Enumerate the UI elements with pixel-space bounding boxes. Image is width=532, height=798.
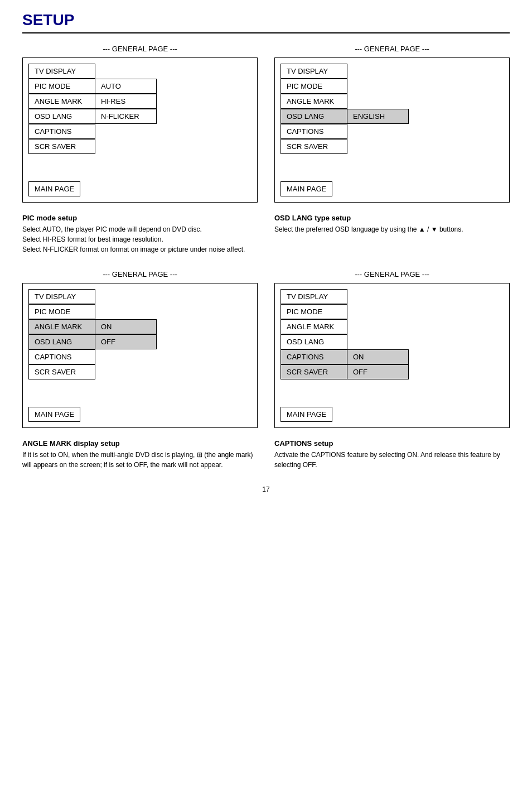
page-number: 17	[22, 485, 510, 493]
desc-top-left-text: Select AUTO, the player PIC mode will de…	[22, 224, 258, 254]
main-page-button[interactable]: MAIN PAGE	[28, 181, 80, 196]
menu-value: N-FLICKER	[95, 109, 157, 124]
menu-item: CAPTIONS	[28, 349, 95, 364]
menu-item: SCR SAVER	[280, 139, 347, 154]
bottom-row: --- GENERAL PAGE --- TV DISPLAY PIC MODE…	[22, 270, 510, 428]
menu-row: ANGLE MARK ON	[28, 319, 252, 334]
bottom-left-header: --- GENERAL PAGE ---	[22, 270, 258, 278]
top-left-header: --- GENERAL PAGE ---	[22, 45, 258, 53]
menu-value: OFF	[95, 334, 157, 349]
desc-bottom-right-title: CAPTIONS setup	[274, 439, 510, 448]
bottom-left-box: TV DISPLAY PIC MODE ANGLE MARK ON OSD LA…	[22, 283, 258, 428]
menu-row: PIC MODE AUTO	[28, 79, 252, 94]
menu-row: PIC MODE	[280, 304, 504, 319]
menu-value: ON	[347, 349, 409, 364]
menu-item: ANGLE MARK	[28, 94, 95, 109]
desc-bottom-left: ANGLE MARK display setup If it is set to…	[22, 439, 258, 470]
menu-item: SCR SAVER	[280, 364, 347, 379]
bottom-descriptions: ANGLE MARK display setup If it is set to…	[22, 439, 510, 470]
top-descriptions: PIC mode setup Select AUTO, the player P…	[22, 214, 510, 254]
menu-row: CAPTIONS ON	[280, 349, 504, 364]
menu-row: PIC MODE	[280, 79, 504, 94]
menu-value: AUTO	[95, 79, 157, 94]
menu-row: SCR SAVER	[28, 139, 252, 154]
desc-bottom-left-text: If it is set to ON, when the multi-angle…	[22, 450, 258, 470]
menu-item: ANGLE MARK	[280, 94, 347, 109]
menu-value: ON	[95, 319, 157, 334]
menu-item: OSD LANG	[280, 334, 347, 349]
menu-item: PIC MODE	[280, 79, 347, 94]
desc-bottom-right: CAPTIONS setup Activate the CAPTIONS fea…	[274, 439, 510, 470]
page-title: SETUP	[22, 11, 510, 33]
desc-top-right-title: OSD LANG type setup	[274, 214, 510, 222]
menu-row: CAPTIONS	[28, 124, 252, 139]
bottom-left-panel: --- GENERAL PAGE --- TV DISPLAY PIC MODE…	[22, 270, 258, 428]
menu-row: SCR SAVER OFF	[280, 364, 504, 379]
menu-row: OSD LANG	[280, 334, 504, 349]
menu-row: PIC MODE	[28, 304, 252, 319]
menu-row: OSD LANG OFF	[28, 334, 252, 349]
desc-top-left-title: PIC mode setup	[22, 214, 258, 222]
menu-row: ANGLE MARK HI-RES	[28, 94, 252, 109]
desc-bottom-right-text: Activate the CAPTIONS feature by selecti…	[274, 450, 510, 470]
desc-top-right: OSD LANG type setup Select the preferred…	[274, 214, 510, 254]
main-page-area: MAIN PAGE	[280, 181, 332, 196]
top-right-panel: --- GENERAL PAGE --- TV DISPLAY PIC MODE…	[274, 45, 510, 203]
top-row: --- GENERAL PAGE --- TV DISPLAY PIC MODE…	[22, 45, 510, 203]
top-right-header: --- GENERAL PAGE ---	[274, 45, 510, 53]
menu-item: TV DISPLAY	[280, 64, 347, 79]
main-page-button[interactable]: MAIN PAGE	[280, 407, 332, 422]
menu-row: ANGLE MARK	[280, 319, 504, 334]
top-left-panel: --- GENERAL PAGE --- TV DISPLAY PIC MODE…	[22, 45, 258, 203]
desc-bottom-left-title: ANGLE MARK display setup	[22, 439, 258, 448]
main-page-area: MAIN PAGE	[280, 407, 332, 422]
bottom-right-box: TV DISPLAY PIC MODE ANGLE MARK OSD LANG …	[274, 283, 510, 428]
menu-item: OSD LANG	[28, 334, 95, 349]
bottom-right-panel: --- GENERAL PAGE --- TV DISPLAY PIC MODE…	[274, 270, 510, 428]
top-right-box: TV DISPLAY PIC MODE ANGLE MARK OSD LANG …	[274, 57, 510, 203]
desc-top-left: PIC mode setup Select AUTO, the player P…	[22, 214, 258, 254]
menu-item: SCR SAVER	[28, 139, 95, 154]
desc-top-right-text: Select the preferred OSD language by usi…	[274, 224, 510, 234]
menu-item: TV DISPLAY	[280, 289, 347, 304]
menu-row: TV DISPLAY	[280, 289, 504, 304]
menu-value: OFF	[347, 364, 409, 379]
menu-value: HI-RES	[95, 94, 157, 109]
main-page-area: MAIN PAGE	[28, 181, 80, 196]
bottom-right-header: --- GENERAL PAGE ---	[274, 270, 510, 278]
menu-item: ANGLE MARK	[280, 319, 347, 334]
main-page-button[interactable]: MAIN PAGE	[280, 181, 332, 196]
menu-row: TV DISPLAY	[28, 289, 252, 304]
menu-row: OSD LANG N-FLICKER	[28, 109, 252, 124]
menu-row: OSD LANG ENGLISH	[280, 109, 504, 124]
main-page-area: MAIN PAGE	[28, 407, 80, 422]
menu-item: PIC MODE	[28, 304, 95, 319]
menu-row: SCR SAVER	[28, 364, 252, 379]
menu-value: ENGLISH	[347, 109, 409, 124]
menu-row: TV DISPLAY	[280, 64, 504, 79]
menu-item: TV DISPLAY	[28, 64, 95, 79]
menu-item: ANGLE MARK	[28, 319, 95, 334]
top-left-box: TV DISPLAY PIC MODE AUTO ANGLE MARK HI-R…	[22, 57, 258, 203]
menu-row: CAPTIONS	[28, 349, 252, 364]
menu-item: SCR SAVER	[28, 364, 95, 379]
menu-item: PIC MODE	[280, 304, 347, 319]
menu-item: CAPTIONS	[280, 349, 347, 364]
menu-row: SCR SAVER	[280, 139, 504, 154]
menu-item: CAPTIONS	[280, 124, 347, 139]
menu-item: TV DISPLAY	[28, 289, 95, 304]
menu-row: TV DISPLAY	[28, 64, 252, 79]
menu-item: OSD LANG	[28, 109, 95, 124]
menu-row: ANGLE MARK	[280, 94, 504, 109]
menu-item: OSD LANG	[280, 109, 347, 124]
menu-row: CAPTIONS	[280, 124, 504, 139]
main-page-button[interactable]: MAIN PAGE	[28, 407, 80, 422]
menu-item: PIC MODE	[28, 79, 95, 94]
menu-item: CAPTIONS	[28, 124, 95, 139]
